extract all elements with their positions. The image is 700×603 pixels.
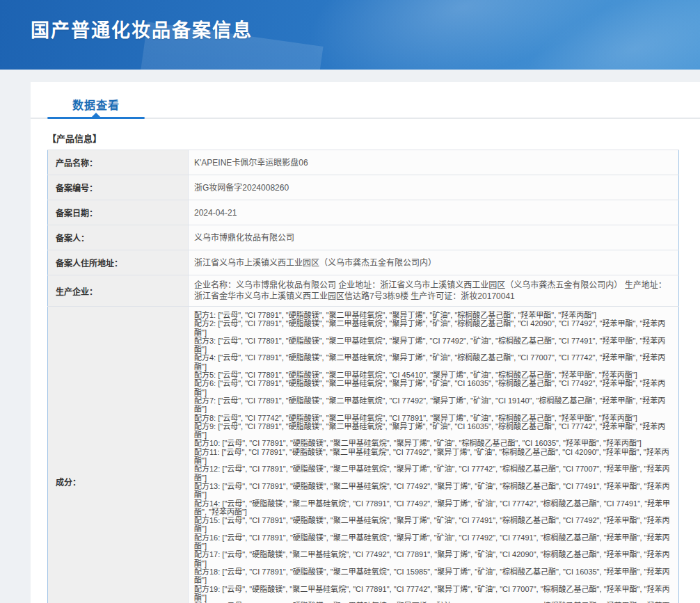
table-row: 备案日期：2024-04-21 <box>48 200 679 225</box>
formula-line: 配方2: ["云母", "CI 77891", "硬脂酸镁", "聚二甲基硅氧烷… <box>194 319 671 337</box>
product-info-table-body: 产品名称：K'APEINE卡佩尔幸运眼影盘06备案编号：浙G妆网备字202400… <box>48 150 679 603</box>
formula-line: 配方12: ["云母", "CI 77891", "硬脂酸镁", "聚二甲基硅氧… <box>194 465 671 482</box>
row-label: 备案编号： <box>48 175 189 200</box>
row-label: 成分： <box>48 307 189 603</box>
page-title: 国产普通化妆品备案信息 <box>31 15 253 42</box>
product-info-table: 产品名称：K'APEINE卡佩尔幸运眼影盘06备案编号：浙G妆网备字202400… <box>47 150 679 603</box>
formula-line: 配方6: ["云母", "CI 77891", "硬脂酸镁", "聚二甲基硅氧烷… <box>194 379 671 396</box>
row-label: 备案人： <box>48 225 189 250</box>
formula-line: 配方16: ["云母", "CI 77891", "硬脂酸镁", "聚二甲基硅氧… <box>194 533 671 551</box>
row-value: 浙G妆网备字2024008260 <box>189 175 679 200</box>
formula-line: 配方3: ["云母", "CI 77891", "硬脂酸镁", "聚二甲基硅氧烷… <box>194 337 671 354</box>
formula-line: 配方7: ["云母", "CI 77891", "硬脂酸镁", "聚二甲基硅氧烷… <box>194 396 671 414</box>
active-tab-underline <box>47 117 145 119</box>
row-value: 企业名称：义乌市博鼎化妆品有限公司 企业地址：浙江省义乌市上溪镇义西工业园区（义… <box>189 275 679 307</box>
formula-line: 配方15: ["云母", "CI 77891", "硬脂酸镁", "聚二甲基硅氧… <box>194 516 671 533</box>
formula-line: 配方9: ["云母", "CI 77891", "硬脂酸镁", "聚二甲基硅氧烷… <box>194 422 671 440</box>
row-label: 备案人住所地址： <box>48 250 189 275</box>
table-row: 备案编号：浙G妆网备字2024008260 <box>48 175 679 200</box>
formula-line: 配方5: ["云母", "CI 77891", "硬脂酸镁", "聚二甲基硅氧烷… <box>194 371 671 379</box>
formula-line: 配方11: ["云母", "CI 77891", "硬脂酸镁", "聚二甲基硅氧… <box>194 448 671 465</box>
formula-line: 配方10: ["云母", "CI 77891", "硬脂酸镁", "聚二甲基硅氧… <box>194 439 671 447</box>
row-value: K'APEINE卡佩尔幸运眼影盘06 <box>189 150 679 175</box>
row-value: 义乌市博鼎化妆品有限公司 <box>189 225 679 250</box>
table-row: 备案人住所地址：浙江省义乌市上溪镇义西工业园区（义乌市龚杰五金有限公司内） <box>48 250 679 275</box>
table-row: 备案人：义乌市博鼎化妆品有限公司 <box>48 225 679 250</box>
tab-bar: 数据查看 <box>31 82 700 120</box>
row-value: 2024-04-21 <box>189 200 679 225</box>
table-row: 产品名称：K'APEINE卡佩尔幸运眼影盘06 <box>48 150 679 175</box>
formula-line: 配方17: ["云母", "硬脂酸镁", "聚二甲基硅氧烷", "CI 7749… <box>194 550 671 568</box>
row-value: 配方1: ["云母", "CI 77891", "硬脂酸镁", "聚二甲基硅氧烷… <box>189 307 679 603</box>
row-value: 浙江省义乌市上溪镇义西工业园区（义乌市龚杰五金有限公司内） <box>189 250 679 275</box>
formula-line: 配方19: ["云母", "硬脂酸镁", "聚二甲基硅氧烷", "CI 7789… <box>194 585 671 602</box>
formula-line: 配方14: ["云母", "硬脂酸镁", "聚二甲基硅氧烷", "CI 7789… <box>194 499 671 517</box>
formula-line: 配方4: ["云母", "CI 77891", "硬脂酸镁", "聚二甲基硅氧烷… <box>194 353 671 371</box>
row-label: 备案日期： <box>48 200 189 225</box>
active-tab-pointer-icon <box>92 113 100 117</box>
page-banner: 国产普通化妆品备案信息 <box>0 0 700 70</box>
row-label: 产品名称： <box>48 150 189 175</box>
formula-line: 配方13: ["云母", "CI 77891", "硬脂酸镁", "聚二甲基硅氧… <box>194 482 671 499</box>
tab-data-view-label: 数据查看 <box>72 99 120 111</box>
table-row: 成分：配方1: ["云母", "CI 77891", "硬脂酸镁", "聚二甲基… <box>48 307 679 603</box>
row-label: 生产企业： <box>48 275 189 307</box>
section-title: 【产品信息】 <box>47 131 700 145</box>
formula-line: 配方1: ["云母", "CI 77891", "硬脂酸镁", "聚二甲基硅氧烷… <box>194 311 671 319</box>
content-card: 数据查看 【产品信息】 产品名称：K'APEINE卡佩尔幸运眼影盘06备案编号：… <box>31 82 700 603</box>
table-row: 生产企业：企业名称：义乌市博鼎化妆品有限公司 企业地址：浙江省义乌市上溪镇义西工… <box>48 275 679 307</box>
formula-line: 配方18: ["云母", "CI 77891", "硬脂酸镁", "聚二甲基硅氧… <box>194 568 671 585</box>
formula-line: 配方8: ["云母", "CI 77742", "硬脂酸镁", "聚二甲基硅氧烷… <box>194 414 671 422</box>
